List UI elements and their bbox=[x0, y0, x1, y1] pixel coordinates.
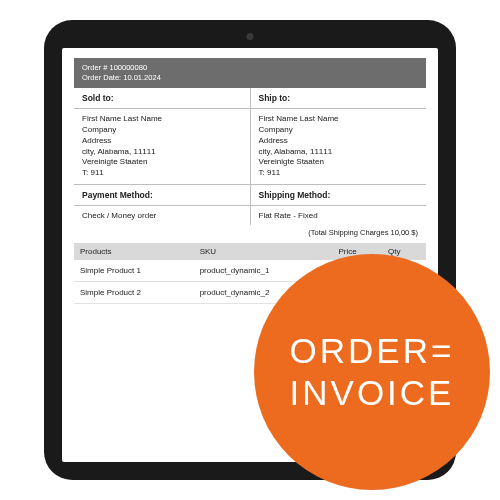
camera-dot bbox=[247, 33, 254, 40]
badge-line1: ORDER= bbox=[290, 330, 455, 372]
ship-to-phone: T: 911 bbox=[259, 168, 419, 179]
sold-to-city: city, Alabama, 11111 bbox=[82, 147, 242, 158]
payment-method: Check / Money order bbox=[74, 206, 251, 225]
sold-to-company: Company bbox=[82, 125, 242, 136]
order-number: Order # 100000080 bbox=[82, 63, 418, 73]
sold-to-block: First Name Last Name Company Address cit… bbox=[74, 109, 251, 184]
sold-to-address: Address bbox=[82, 136, 242, 147]
addresses-row: First Name Last Name Company Address cit… bbox=[74, 109, 426, 185]
sold-to-label: Sold to: bbox=[74, 88, 251, 108]
badge-line2: INVOICE bbox=[290, 372, 455, 414]
ship-to-block: First Name Last Name Company Address cit… bbox=[251, 109, 427, 184]
col-products: Products bbox=[74, 243, 194, 260]
cell-sku: product_dynamic_1 bbox=[194, 260, 300, 282]
cell-product: Simple Product 2 bbox=[74, 282, 194, 304]
methods-labels-row: Payment Method: Shipping Method: bbox=[74, 185, 426, 206]
addresses-labels-row: Sold to: Ship to: bbox=[74, 88, 426, 109]
shipping-method: Flat Rate - Fixed bbox=[251, 206, 427, 225]
cell-product: Simple Product 1 bbox=[74, 260, 194, 282]
shipping-label: Shipping Method: bbox=[251, 185, 427, 205]
ship-to-country: Vereinigte Staaten bbox=[259, 157, 419, 168]
ship-to-company: Company bbox=[259, 125, 419, 136]
order-header: Order # 100000080 Order Date: 10.01.2024 bbox=[74, 58, 426, 88]
order-invoice-badge: ORDER= INVOICE bbox=[254, 254, 490, 490]
order-date: Order Date: 10.01.2024 bbox=[82, 73, 418, 83]
sold-to-phone: T: 911 bbox=[82, 168, 242, 179]
ship-to-address: Address bbox=[259, 136, 419, 147]
sold-to-country: Vereinigte Staaten bbox=[82, 157, 242, 168]
methods-row: Check / Money order Flat Rate - Fixed bbox=[74, 206, 426, 225]
payment-label: Payment Method: bbox=[74, 185, 251, 205]
sold-to-name: First Name Last Name bbox=[82, 114, 242, 125]
col-sku: SKU bbox=[194, 243, 300, 260]
ship-to-city: city, Alabama, 11111 bbox=[259, 147, 419, 158]
ship-to-name: First Name Last Name bbox=[259, 114, 419, 125]
shipping-charges-note: (Total Shipping Charges 10,00 $) bbox=[74, 225, 426, 243]
ship-to-label: Ship to: bbox=[251, 88, 427, 108]
